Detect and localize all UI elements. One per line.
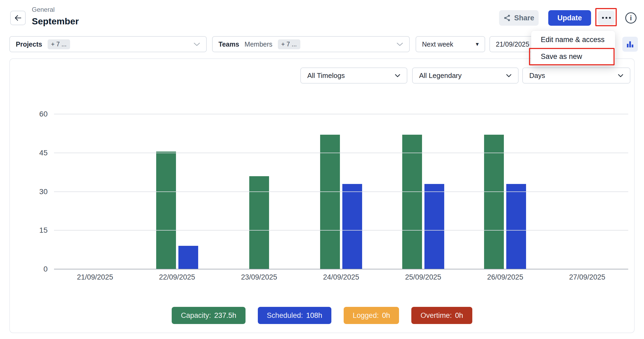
bar-capacity xyxy=(156,152,176,269)
legend-filter-dropdown[interactable]: All Legendary xyxy=(412,67,519,84)
projects-filter-label: Projects xyxy=(16,40,42,48)
menu-item-save-as-new[interactable]: Save as new xyxy=(531,48,615,65)
more-options-button[interactable] xyxy=(598,11,615,25)
members-filter-label: Members xyxy=(244,40,272,48)
x-tick-label: 23/09/2025 xyxy=(218,273,300,281)
chevron-down-icon xyxy=(618,74,623,77)
chart-card: All Timelogs All Legendary Days 01530456… xyxy=(9,58,635,333)
teams-filter-label: Teams xyxy=(218,40,239,48)
x-axis-line xyxy=(54,269,628,269)
bar-capacity xyxy=(249,176,269,269)
timelogs-dropdown[interactable]: All Timelogs xyxy=(300,67,407,84)
bar-capacity xyxy=(320,135,340,269)
y-tick-label: 45 xyxy=(39,149,48,157)
legend-scheduled-button[interactable]: Scheduled:108h xyxy=(258,307,331,324)
share-label: Share xyxy=(514,14,534,22)
gridline xyxy=(54,230,628,231)
bar-capacity xyxy=(402,135,422,269)
x-tick-label: 21/09/2025 xyxy=(54,273,136,281)
y-tick-label: 0 xyxy=(43,265,48,273)
legend-overtime-button[interactable]: Overtime:0h xyxy=(411,307,472,324)
info-icon[interactable]: i xyxy=(625,12,637,24)
legend-label: Capacity: xyxy=(181,311,211,320)
legend-value: 0h xyxy=(455,311,463,320)
x-axis-labels: 21/09/202522/09/202523/09/202524/09/2025… xyxy=(54,273,628,281)
bar-scheduled xyxy=(506,184,526,269)
chevron-down-icon xyxy=(193,42,200,46)
chart-view-button[interactable] xyxy=(622,37,638,52)
bar-chart-icon xyxy=(626,40,635,48)
page-title: September xyxy=(32,16,79,27)
timelogs-dropdown-value: All Timelogs xyxy=(307,71,345,80)
projects-more-chip[interactable]: + 7 ... xyxy=(48,39,70,49)
y-tick-label: 60 xyxy=(39,110,48,118)
legend-filter-dropdown-value: All Legendary xyxy=(419,71,462,80)
legend-label: Overtime: xyxy=(420,311,452,320)
x-tick-label: 27/09/2025 xyxy=(546,273,628,281)
teams-members-filter-dropdown[interactable]: Teams Members + 7 ... xyxy=(212,36,410,52)
date-range-preset-value: Next week xyxy=(422,40,453,48)
gridline xyxy=(54,153,628,153)
bar-chart: 015304560 xyxy=(54,114,628,269)
x-tick-label: 22/09/2025 xyxy=(136,273,218,281)
bar-capacity xyxy=(484,135,504,269)
update-button[interactable]: Update xyxy=(548,10,591,26)
date-input-value: 21/09/2025 xyxy=(496,40,529,48)
breadcrumb: General xyxy=(32,6,55,13)
y-tick-label: 15 xyxy=(39,226,48,235)
x-tick-label: 24/09/2025 xyxy=(300,273,382,281)
chart-legend: Capacity:237.5hScheduled:108hLogged:0hOv… xyxy=(10,307,634,324)
legend-label: Logged: xyxy=(353,311,379,320)
bar-scheduled xyxy=(178,246,198,269)
x-tick-label: 25/09/2025 xyxy=(382,273,464,281)
date-range-preset-dropdown[interactable]: Next week ▾ xyxy=(416,36,485,52)
legend-value: 108h xyxy=(306,311,322,320)
chevron-down-icon xyxy=(506,74,512,77)
back-button[interactable] xyxy=(10,11,26,25)
ellipsis-icon xyxy=(602,17,611,19)
gridline xyxy=(54,114,628,114)
granularity-dropdown[interactable]: Days xyxy=(522,67,630,84)
chevron-down-icon xyxy=(395,74,400,77)
gridline xyxy=(54,191,628,192)
projects-filter-dropdown[interactable]: Projects + 7 ... xyxy=(9,36,207,52)
bar-scheduled xyxy=(342,184,362,269)
bar-scheduled xyxy=(424,184,444,269)
y-tick-label: 30 xyxy=(39,187,48,196)
menu-item-edit-name-access[interactable]: Edit name & access xyxy=(531,31,615,48)
legend-value: 237.5h xyxy=(214,311,236,320)
share-button[interactable]: Share xyxy=(499,10,539,26)
arrow-left-icon xyxy=(14,14,22,22)
legend-label: Scheduled: xyxy=(267,311,303,320)
legend-value: 0h xyxy=(382,311,390,320)
granularity-dropdown-value: Days xyxy=(529,71,545,80)
context-menu: Edit name & access Save as new xyxy=(531,31,615,66)
legend-capacity-button[interactable]: Capacity:237.5h xyxy=(172,307,245,324)
teams-more-chip[interactable]: + 7 ... xyxy=(278,39,300,49)
legend-logged-button[interactable]: Logged:0h xyxy=(344,307,399,324)
chevron-down-icon xyxy=(396,42,403,46)
x-tick-label: 26/09/2025 xyxy=(464,273,546,281)
caret-down-icon: ▾ xyxy=(476,41,479,47)
share-icon xyxy=(503,14,511,22)
